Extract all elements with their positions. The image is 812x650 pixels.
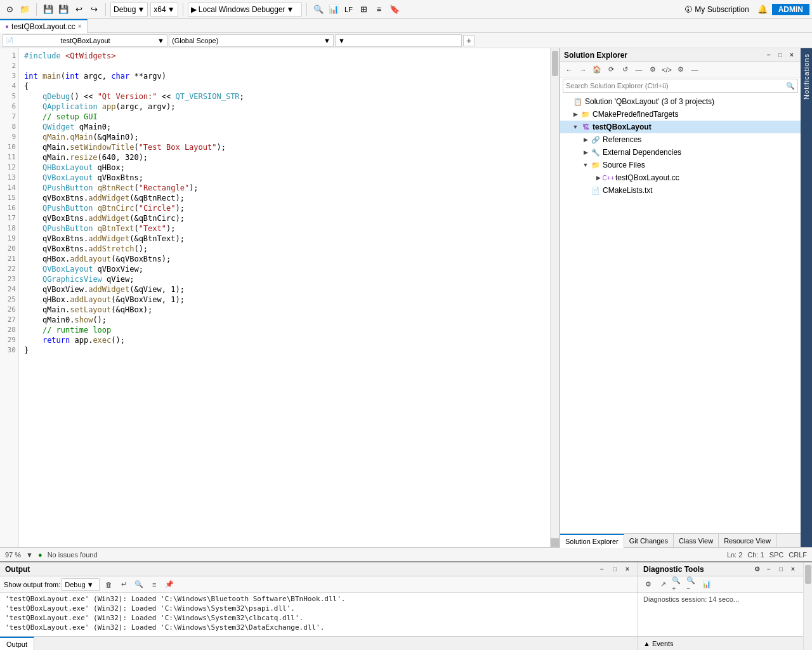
- diag-float-btn[interactable]: □: [776, 564, 786, 574]
- se-float-btn[interactable]: □: [775, 50, 785, 60]
- tree-cmake-predefined[interactable]: ▶ 📁 CMakePredefinedTargets: [560, 108, 801, 121]
- se-tab-class-view[interactable]: Class View: [674, 534, 719, 548]
- se-refresh2-btn[interactable]: ↺: [619, 63, 631, 76]
- tree-solution-root[interactable]: 📋 Solution 'QBoxLayout' (3 of 3 projects…: [560, 95, 801, 108]
- output-line-1: 'testQBoxLayout.exe' (Win32): Loaded 'C:…: [5, 594, 632, 604]
- se-home-btn[interactable]: 🏠: [591, 63, 603, 76]
- output-source-value: Debug: [65, 581, 85, 588]
- subscription-btn[interactable]: 🛈 My Subscription: [681, 3, 752, 17]
- se-pin-btn[interactable]: −: [764, 50, 774, 60]
- se-tab-solution-explorer[interactable]: Solution Explorer: [560, 534, 624, 548]
- diag-vscrollbar-thumb: [805, 565, 811, 584]
- diag-content: Diagnostics session: 14 seco...: [638, 593, 803, 636]
- main-area: 12345 678910 1112131415 1617181920 21222…: [0, 48, 812, 547]
- code-editor[interactable]: 12345 678910 1112131415 1617181920 21222…: [0, 48, 560, 547]
- se-back-btn[interactable]: ←: [563, 63, 575, 76]
- tree-testqboxlayout[interactable]: ▼ 🏗 testQBoxLayout: [560, 121, 801, 133]
- output-title-label: Output: [5, 565, 30, 574]
- se-fwd-btn[interactable]: →: [577, 63, 589, 76]
- diag-zoom-out-btn[interactable]: 🔍−: [686, 578, 698, 591]
- lf-btn[interactable]: LF: [342, 3, 356, 17]
- out-pin-btn[interactable]: 📌: [163, 578, 176, 591]
- se-props-btn[interactable]: ⚙: [646, 63, 659, 76]
- se-more-btn[interactable]: —: [688, 63, 701, 76]
- se-search-input[interactable]: [563, 82, 783, 90]
- editor-toolbar: 📄 testQBoxLayout ▼ (Global Scope) ▼ ▼ +: [0, 33, 812, 48]
- diag-settings2-btn[interactable]: ⚙: [642, 578, 655, 591]
- out-find-btn[interactable]: 🔍: [133, 578, 145, 591]
- find-btn[interactable]: 🔍: [311, 3, 325, 17]
- zoom-level: 97 %: [5, 551, 21, 559]
- diag-vscrollbar[interactable]: [803, 562, 812, 650]
- extra-dropdown[interactable]: ▼: [335, 34, 462, 47]
- open-btn[interactable]: 📁: [18, 3, 32, 17]
- more-btn[interactable]: ≡: [372, 3, 386, 17]
- out-wrap-btn[interactable]: ↵: [117, 578, 130, 591]
- undo-btn[interactable]: ↩: [72, 3, 86, 17]
- notifications-label[interactable]: Notifications: [802, 53, 810, 100]
- sep1: [36, 3, 37, 16]
- diag-settings-btn[interactable]: ⚙: [752, 564, 762, 574]
- se-refresh-btn[interactable]: ⟳: [605, 63, 617, 76]
- se-tab-resource-view[interactable]: Resource View: [719, 534, 776, 548]
- output-content[interactable]: 'testQBoxLayout.exe' (Win32): Loaded 'C:…: [0, 593, 638, 636]
- layout-btn[interactable]: ⊞: [357, 3, 371, 17]
- tree-references[interactable]: ▶ 🔗 References: [560, 133, 801, 146]
- notifications-panel[interactable]: Notifications: [801, 48, 812, 547]
- main-toolbar: ⊙ 📁 💾 💾 ↩ ↪ Debug ▼ x64 ▼ ▶ Local Window…: [0, 0, 812, 19]
- save-all-btn[interactable]: 💾: [56, 3, 70, 17]
- bookmark-btn[interactable]: 🔖: [388, 3, 402, 17]
- save-btn[interactable]: 💾: [41, 3, 55, 17]
- se-tab-git-changes[interactable]: Git Changes: [624, 534, 674, 548]
- diag-zoom-in-btn[interactable]: 🔍+: [671, 578, 684, 591]
- file-tab-testqboxlayout[interactable]: ● testQBoxLayout.cc ×: [0, 19, 88, 33]
- notifications-btn[interactable]: 🔔: [756, 3, 769, 17]
- diag-session-label: Diagnostics session: 14 seco...: [643, 595, 798, 603]
- output-source-dropdown[interactable]: Debug ▼: [62, 578, 100, 591]
- cpp-label: testQBoxLayout.cc: [615, 173, 679, 182]
- se-settings-btn[interactable]: ⚙: [674, 63, 687, 76]
- new-btn[interactable]: ⊙: [3, 3, 16, 17]
- tree-source-files[interactable]: ▼ 📁 Source Files: [560, 159, 801, 171]
- se-close-btn[interactable]: ×: [787, 50, 797, 60]
- output-float-btn[interactable]: □: [610, 564, 620, 574]
- admin-button[interactable]: ADMIN: [772, 4, 809, 15]
- graph-btn[interactable]: 📊: [327, 3, 341, 17]
- tab-icon: ●: [5, 23, 9, 30]
- tab-close-icon[interactable]: ×: [78, 23, 82, 30]
- code-text[interactable]: #include <QtWidgets> int main(int argc, …: [19, 48, 550, 547]
- tab-output[interactable]: Output: [0, 637, 34, 651]
- debug-config-dropdown[interactable]: Debug ▼: [110, 3, 148, 17]
- tree-cmakelists[interactable]: 📄 CMakeLists.txt: [560, 184, 801, 197]
- diag-pin-btn[interactable]: −: [764, 564, 774, 574]
- diag-close-btn[interactable]: ×: [788, 564, 798, 574]
- output-pin-btn[interactable]: −: [597, 564, 607, 574]
- output-toolbar: Show output from: Debug ▼ 🗑 ↵ 🔍 ≡ 📌: [0, 576, 638, 593]
- scope-dropdown[interactable]: (Global Scope) ▼: [169, 34, 334, 47]
- se-collapse-btn[interactable]: —: [632, 63, 645, 76]
- expand-icon-cmake: ▶: [570, 111, 580, 117]
- file-tools: ⊙ 📁: [3, 3, 32, 17]
- cmake-predefined-label: CMakePredefinedTargets: [593, 110, 678, 119]
- arch-dropdown[interactable]: x64 ▼: [150, 3, 178, 17]
- diag-events-bar: ▲ Events: [638, 636, 803, 650]
- tab-bar: ● testQBoxLayout.cc ×: [0, 19, 812, 33]
- se-code-btn[interactable]: </>: [660, 63, 673, 76]
- add-button[interactable]: +: [463, 35, 475, 46]
- out-list-btn[interactable]: ≡: [148, 578, 160, 591]
- run-dropdown[interactable]: ▶ Local Windows Debugger ▼: [188, 3, 302, 17]
- diag-chart-btn[interactable]: 📊: [700, 578, 713, 591]
- out-clear-btn[interactable]: 🗑: [102, 578, 115, 591]
- output-line-2: 'testQBoxLayout.exe' (Win32): Loaded 'C:…: [5, 604, 632, 613]
- tree-cpp-file[interactable]: ▶ C++ testQBoxLayout.cc: [560, 171, 801, 184]
- editor-vscrollbar[interactable]: [550, 48, 559, 547]
- diag-export-btn[interactable]: ↗: [657, 578, 669, 591]
- output-title-actions: − □ ×: [597, 564, 632, 574]
- context-dropdown[interactable]: 📄 testQBoxLayout ▼: [3, 34, 167, 47]
- output-close-btn[interactable]: ×: [622, 564, 632, 574]
- code-content: 12345 678910 1112131415 1617181920 21222…: [0, 48, 559, 547]
- solution-tree: 📋 Solution 'QBoxLayout' (3 of 3 projects…: [560, 94, 801, 533]
- tree-ext-deps[interactable]: ▶ 🔧 External Dependencies: [560, 146, 801, 159]
- redo-btn[interactable]: ↪: [87, 3, 101, 17]
- cmake-label: CMakeLists.txt: [603, 186, 653, 195]
